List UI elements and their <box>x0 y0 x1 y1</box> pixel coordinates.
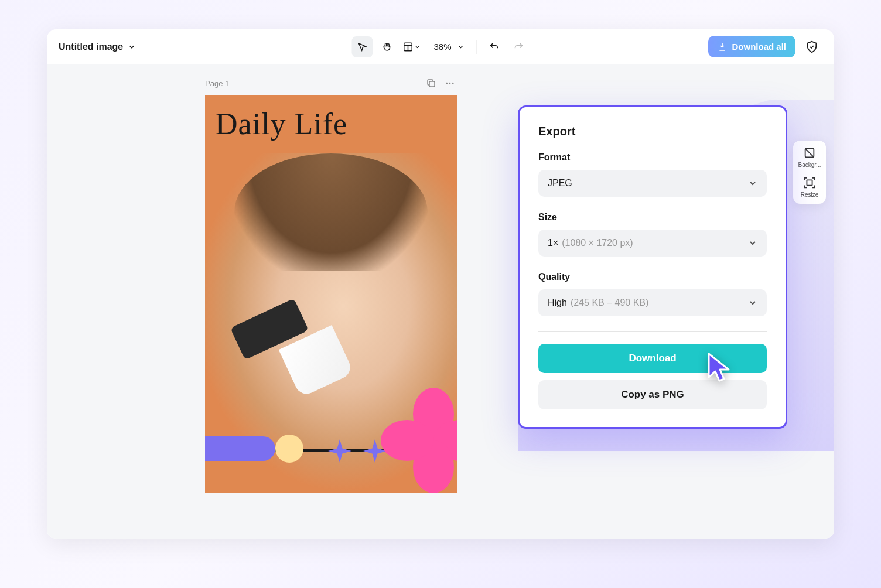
export-icon <box>718 42 727 52</box>
size-select[interactable]: 1×(1080 × 1720 px) <box>538 230 767 257</box>
resize-tool-button[interactable]: Resize <box>795 176 824 198</box>
hand-tool-button[interactable] <box>376 36 397 57</box>
copy-as-png-button[interactable]: Copy as PNG <box>538 380 767 409</box>
export-panel: Export Format JPEG Size 1×(1080 × 1720 p… <box>518 105 787 429</box>
cursor-icon <box>357 42 367 52</box>
more-horizontal-icon <box>445 78 455 88</box>
toolbar-right: Download all <box>708 36 822 57</box>
quality-select[interactable]: High(245 KB – 490 KB) <box>538 289 767 316</box>
background-tool-button[interactable]: Backgr... <box>795 146 824 168</box>
resize-icon <box>803 176 816 189</box>
undo-button[interactable] <box>484 36 505 57</box>
chevron-down-icon <box>748 238 757 248</box>
quality-level: High <box>548 298 567 307</box>
size-dims: (1080 × 1720 px) <box>562 238 633 248</box>
size-prefix: 1× <box>548 238 558 248</box>
shield-button[interactable] <box>801 36 822 57</box>
artwork-title: Daily Life <box>205 95 457 141</box>
svg-rect-3 <box>429 81 435 87</box>
page-label: Page 1 <box>205 79 229 88</box>
chevron-down-icon <box>457 43 465 50</box>
decoration-circle <box>275 435 303 463</box>
svg-line-8 <box>805 149 814 158</box>
zoom-dropdown[interactable]: 38% <box>425 36 469 57</box>
toolbar-divider <box>476 40 477 54</box>
download-all-label: Download all <box>732 42 786 52</box>
background-tool-label: Backgr... <box>798 162 821 168</box>
format-select[interactable]: JPEG <box>538 170 767 197</box>
svg-point-4 <box>446 83 448 84</box>
hand-icon <box>381 42 392 52</box>
layout-tool-button[interactable] <box>401 36 422 57</box>
undo-icon <box>489 42 500 52</box>
chevron-down-icon <box>414 44 420 50</box>
svg-rect-9 <box>807 180 812 185</box>
app-window: Untitled image 38% <box>47 29 834 539</box>
quality-label: Quality <box>538 272 767 282</box>
zoom-value: 38% <box>430 42 455 52</box>
decoration-pill <box>205 436 275 461</box>
redo-icon <box>514 42 524 52</box>
document-title: Untitled image <box>59 42 123 52</box>
chevron-down-icon <box>748 179 757 188</box>
export-panel-title: Export <box>538 125 767 138</box>
redo-button[interactable] <box>508 36 530 57</box>
cursor-pointer-overlay <box>705 351 735 384</box>
page-header: Page 1 <box>205 76 457 90</box>
svg-point-6 <box>452 83 454 84</box>
quality-estimate: (245 KB – 490 KB) <box>571 298 648 307</box>
decoration-flower <box>387 388 457 481</box>
right-side-tools: Backgr... Resize <box>793 141 826 204</box>
background-icon <box>803 146 816 159</box>
format-label: Format <box>538 152 767 163</box>
document-title-dropdown[interactable]: Untitled image <box>59 42 136 52</box>
layout-icon <box>402 42 413 52</box>
panel-divider <box>538 331 767 332</box>
format-value: JPEG <box>548 178 572 189</box>
page-actions <box>424 76 457 90</box>
toolbar-center: 38% <box>351 36 529 57</box>
top-toolbar: Untitled image 38% <box>47 29 834 64</box>
page-more-button[interactable] <box>443 76 457 90</box>
chevron-down-icon <box>128 43 136 51</box>
download-all-button[interactable]: Download all <box>708 36 795 57</box>
duplicate-page-button[interactable] <box>424 76 438 90</box>
svg-point-5 <box>449 83 451 84</box>
select-tool-button[interactable] <box>351 36 373 57</box>
quality-value: High(245 KB – 490 KB) <box>548 298 648 308</box>
copy-icon <box>426 78 436 88</box>
resize-tool-label: Resize <box>801 192 819 198</box>
canvas-page[interactable]: Daily Life <box>205 95 457 493</box>
chevron-down-icon <box>748 298 757 307</box>
cursor-icon <box>705 351 735 384</box>
size-label: Size <box>538 212 767 223</box>
shield-check-icon <box>805 40 818 53</box>
size-value: 1×(1080 × 1720 px) <box>548 238 633 248</box>
